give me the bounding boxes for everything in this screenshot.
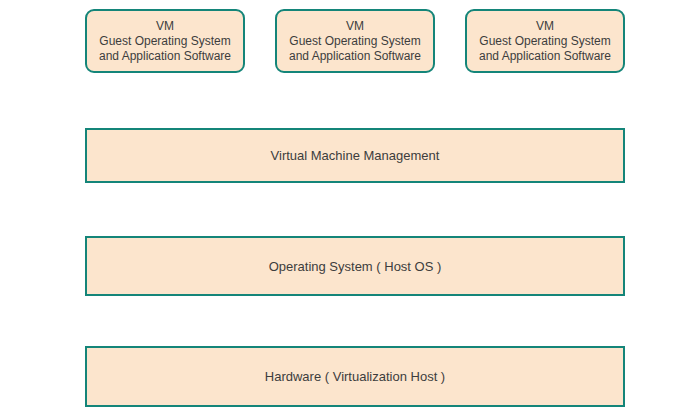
vm-box-title: VM [156, 19, 174, 34]
vm-box-line: Guest Operating System [289, 34, 420, 49]
layer-label: Operating System ( Host OS ) [269, 259, 442, 274]
vm-box-line: and Application Software [479, 49, 611, 64]
vm-box-title: VM [536, 19, 554, 34]
vm-box-title: VM [346, 19, 364, 34]
layer-label: Virtual Machine Management [271, 148, 440, 163]
vm-box-2: VM Guest Operating System and Applicatio… [275, 9, 435, 73]
vm-box-line: and Application Software [99, 49, 231, 64]
layer-label: Hardware ( Virtualization Host ) [265, 369, 445, 384]
vm-box-3: VM Guest Operating System and Applicatio… [465, 9, 625, 73]
vm-box-line: Guest Operating System [99, 34, 230, 49]
vm-box-line: Guest Operating System [479, 34, 610, 49]
vm-box-line: and Application Software [289, 49, 421, 64]
layer-host-operating-system: Operating System ( Host OS ) [85, 236, 625, 296]
layer-hardware-virtualization-host: Hardware ( Virtualization Host ) [85, 346, 625, 407]
layer-virtual-machine-management: Virtual Machine Management [85, 128, 625, 183]
vm-box-1: VM Guest Operating System and Applicatio… [85, 9, 245, 73]
virtualization-diagram: VM Guest Operating System and Applicatio… [0, 0, 700, 416]
